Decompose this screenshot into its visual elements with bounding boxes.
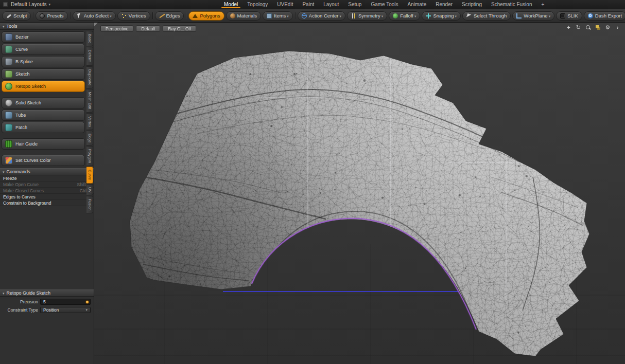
toolbar-button-workplane[interactable]: WorkPlane	[512, 11, 554, 21]
tool-hair-guide[interactable]: Hair Guide	[2, 138, 85, 150]
commands-panel-header[interactable]: Commands	[0, 168, 94, 175]
toolbar-button-slik[interactable]: SLIK	[556, 11, 582, 21]
tab-render[interactable]: Render	[431, 0, 457, 9]
toolbar-button-auto-select[interactable]: Auto Select	[73, 11, 116, 21]
shading-icon[interactable]	[595, 25, 601, 30]
viewport-3d[interactable]: Perspective Default Ray GL: Off	[94, 23, 625, 364]
workplane-icon	[516, 13, 522, 19]
hair-guide-icon	[5, 140, 12, 148]
retopo-panel-header[interactable]: Retopo Guide Sketch	[0, 289, 94, 297]
tools-panel-header[interactable]: Tools	[0, 23, 94, 30]
tab-paint[interactable]: Paint	[298, 0, 319, 9]
toolbar-button-snapping[interactable]: Snapping	[422, 11, 461, 21]
vtab-polygon[interactable]: Polygon	[86, 146, 93, 166]
layout-selector-label: Default Layouts	[11, 2, 47, 7]
disclosure-icon	[3, 169, 5, 174]
tool-set-curves-color[interactable]: Set Curves Color	[2, 155, 85, 166]
command-edges-to-curves[interactable]: Edges to Curves	[0, 194, 94, 200]
b-spline-icon	[5, 58, 12, 65]
command-make-closed-curves[interactable]: Make Closed CurvesCtrl-F	[0, 188, 94, 194]
toolbar-button-edges[interactable]: Edges	[155, 11, 184, 21]
slider-knob-icon[interactable]	[85, 300, 89, 304]
vtab-mesh-edit[interactable]: Mesh Edit	[86, 89, 93, 112]
tab-model[interactable]: Model	[219, 0, 242, 9]
layout-selector[interactable]: Default Layouts	[11, 0, 56, 9]
commands-panel-title: Commands	[7, 169, 30, 174]
constraint-type-dropdown[interactable]: Position	[40, 307, 91, 313]
viewport-canvas[interactable]	[94, 23, 625, 364]
presets-icon	[40, 13, 45, 19]
toolbar-separator	[152, 12, 153, 19]
vtab-curve[interactable]: Curve	[86, 167, 93, 183]
add-tab-button[interactable]: +	[536, 0, 549, 9]
tool-list: Bezier Curve B-Spline Sketch Retopo Sket…	[0, 30, 86, 166]
toolbar-button-dash-export[interactable]: Dash Export	[584, 11, 625, 21]
precision-row: Precision 5	[1, 298, 93, 305]
command-freeze[interactable]: Freeze	[0, 175, 94, 181]
tool-solid-sketch[interactable]: Solid Sketch	[2, 97, 85, 108]
orbit-icon[interactable]	[576, 25, 581, 30]
more-icon[interactable]	[615, 25, 620, 30]
toolbar-button-presets[interactable]: Presets	[36, 11, 67, 21]
menu-tabs: Model Topology UVEdit Paint Layout Setup…	[219, 0, 549, 9]
toolbar-button-select-through[interactable]: Select Through	[462, 11, 511, 21]
zoom-icon[interactable]	[585, 25, 591, 30]
disclosure-icon	[3, 24, 5, 29]
toolbar-button-symmetry[interactable]: Symmetry	[347, 11, 387, 21]
pan-icon[interactable]	[566, 25, 571, 30]
tool-bezier[interactable]: Bezier	[2, 31, 85, 43]
tab-uvedit[interactable]: UVEdit	[272, 0, 298, 9]
viewport-shading-button[interactable]: Default	[136, 25, 160, 32]
viewport-camera-button[interactable]: Perspective	[100, 25, 133, 32]
disclosure-icon	[3, 290, 5, 296]
tab-setup[interactable]: Setup	[343, 0, 366, 9]
settings-icon[interactable]	[605, 25, 611, 30]
toolbar-button-falloff[interactable]: Falloff	[389, 11, 420, 21]
tool-retopo-sketch[interactable]: Retopo Sketch	[2, 81, 85, 92]
precision-slider[interactable]: 5	[40, 299, 91, 305]
edges-icon	[159, 13, 164, 19]
polygons-icon	[193, 13, 198, 19]
tab-scripting[interactable]: Scripting	[457, 0, 487, 9]
select-through-icon	[466, 13, 472, 19]
toolbar-button-sculpt[interactable]: Sculpt	[2, 11, 31, 21]
toolbar-button-items[interactable]: Items	[263, 11, 293, 21]
constraint-type-label: Constraint Type	[1, 307, 38, 313]
tool-tube[interactable]: Tube	[2, 110, 85, 121]
tab-topology[interactable]: Topology	[242, 0, 272, 9]
tools-panel: Basic Deform Duplicate Mesh Edit Vertex …	[0, 30, 94, 166]
tool-curve[interactable]: Curve	[2, 44, 85, 55]
vtab-basic[interactable]: Basic	[86, 31, 93, 46]
tools-panel-title: Tools	[7, 24, 18, 29]
viewport-toolbar: Perspective Default Ray GL: Off	[100, 25, 196, 32]
app-window: Default Layouts Model Topology UVEdit Pa…	[0, 0, 625, 364]
items-icon	[267, 13, 272, 19]
vtab-vertex[interactable]: Vertex	[86, 113, 93, 130]
toolbar-button-action-center[interactable]: Action Center	[298, 11, 345, 21]
command-constrain-to-background[interactable]: Constrain to Background	[0, 200, 94, 206]
toolbar-button-vertices[interactable]: Vertices	[117, 11, 150, 21]
toolbar-button-polygons[interactable]: Polygons	[188, 11, 224, 21]
vtab-duplicate[interactable]: Duplicate	[86, 66, 93, 88]
app-menu-icon[interactable]	[3, 2, 8, 7]
precision-value: 5	[43, 299, 46, 304]
command-make-open-curve[interactable]: Make Open CurveShift-O	[0, 181, 94, 188]
tab-schematic-fusion[interactable]: Schematic Fusion	[487, 0, 536, 9]
viewport-raygl-button[interactable]: Ray GL: Off	[163, 25, 196, 32]
tool-sketch[interactable]: Sketch	[2, 68, 85, 80]
tool-patch[interactable]: Patch	[2, 122, 85, 133]
tab-game-tools[interactable]: Game Tools	[366, 0, 403, 9]
vtab-edge[interactable]: Edge	[86, 131, 93, 146]
toolbar-button-materials[interactable]: Materials	[226, 11, 262, 21]
patch-icon	[5, 124, 12, 131]
vtab-fusion[interactable]: Fusion	[86, 196, 93, 214]
tool-b-spline[interactable]: B-Spline	[2, 56, 85, 67]
viewport-corner-handle[interactable]	[94, 23, 98, 26]
retopo-panel-title: Retopo Guide Sketch	[7, 290, 51, 296]
vtab-deform[interactable]: Deform	[86, 47, 93, 66]
tab-layout[interactable]: Layout	[319, 0, 343, 9]
tab-animate[interactable]: Animate	[403, 0, 431, 9]
tube-icon	[5, 112, 12, 119]
solid-sketch-icon	[5, 99, 12, 106]
vtab-uv[interactable]: UV	[86, 184, 93, 195]
